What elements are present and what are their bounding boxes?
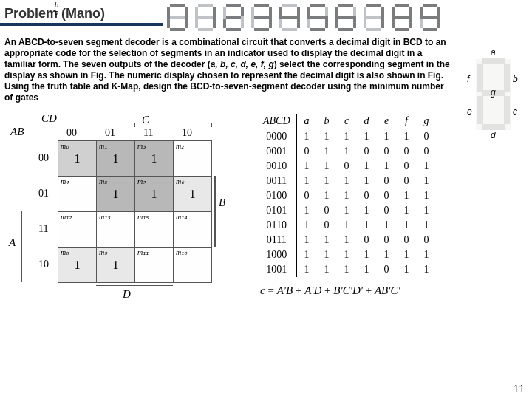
digit: [166, 3, 189, 33]
segment-figure: a b c d e f g: [460, 53, 526, 142]
table-row: 00101101101: [257, 159, 437, 174]
digit: [278, 3, 301, 33]
truth-table: ABCDabcdefg00001111110000101100000010110…: [257, 114, 437, 277]
table-row: 10001111111: [257, 248, 437, 262]
truth-table-and-equation: ABCDabcdefg00001111110000101100000010110…: [257, 111, 437, 318]
table-row: 01000110011: [257, 188, 437, 203]
page-number: 11: [513, 383, 525, 395]
problem-statement: An ABCD-to-seven segment decoder is a co…: [0, 33, 532, 108]
table-row: 00001111110: [257, 129, 437, 145]
digit: [222, 3, 245, 33]
table-row: 10011111011: [257, 262, 437, 277]
table-row: 00010110000: [257, 144, 437, 159]
digit: [250, 3, 273, 33]
equation: c = A'B + A'D + B'C'D' + AB'C': [257, 284, 437, 297]
digit: [334, 3, 358, 33]
page-title: Problem (Mano): [0, 0, 163, 26]
digit: [362, 3, 386, 33]
digit: [390, 3, 414, 33]
kmap-figure: CD AB 00 01 11 10 00 01 11 10 m₀1m₁1m₃1m…: [6, 111, 250, 318]
table-row: 01011011011: [257, 203, 437, 218]
table-row: 01101011111: [257, 218, 437, 233]
seven-segment-row: [166, 0, 442, 33]
digit: [418, 3, 442, 33]
table-row: 01111110000: [257, 233, 437, 248]
segment-labels-bc: bc: [55, 1, 58, 16]
digit: [194, 3, 217, 33]
digit: [306, 3, 330, 33]
table-row: 00111111001: [257, 174, 437, 188]
